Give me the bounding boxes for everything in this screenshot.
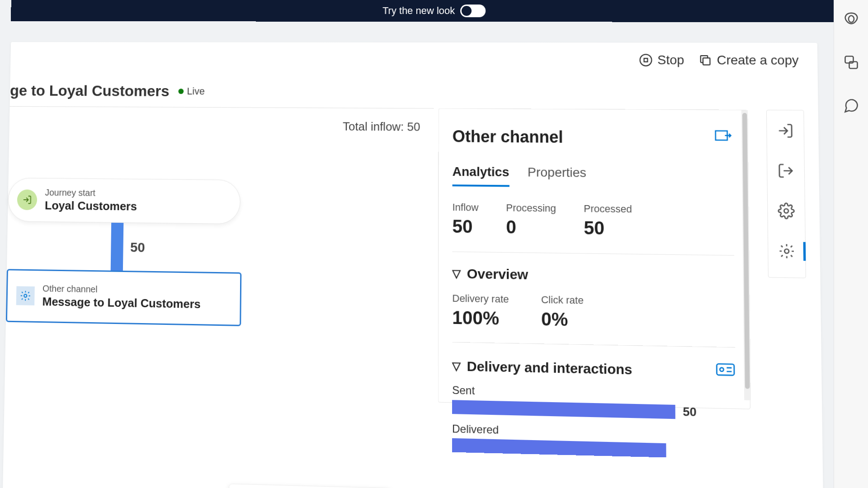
tab-analytics[interactable]: Analytics (453, 164, 509, 187)
sent-bar-row: 50 (452, 399, 736, 420)
card-id-icon (716, 361, 736, 381)
svg-point-0 (640, 54, 652, 66)
panel-tabs: Analytics Properties (453, 164, 734, 189)
copy-icon (698, 53, 712, 67)
delivery-title: Delivery and interactions (467, 358, 632, 377)
svg-point-3 (24, 294, 27, 297)
try-new-look-toggle-group: Try the new look (382, 5, 486, 17)
svg-point-8 (784, 249, 789, 253)
stat-processing-label: Processing (506, 202, 556, 215)
stat-processed-value: 50 (584, 217, 632, 239)
copilot-icon[interactable] (843, 11, 859, 27)
svg-point-6 (720, 368, 723, 371)
journey-status: Live (178, 85, 205, 97)
conversation-icon[interactable] (843, 98, 859, 114)
chat-panels-icon[interactable] (843, 54, 859, 70)
start-node-type: Journey start (45, 188, 137, 199)
stats-row: Inflow 50 Processing 0 Processed 50 (452, 202, 734, 256)
top-app-bar: Try the new look (11, 0, 868, 22)
delivery-rate-value: 100% (452, 307, 509, 329)
stat-inflow-label: Inflow (453, 202, 479, 214)
try-new-look-label: Try the new look (382, 5, 455, 17)
stat-processing-value: 0 (506, 217, 556, 238)
zoom-controls: − + 100% Reset (229, 483, 392, 488)
stat-inflow: Inflow 50 (452, 202, 478, 237)
click-rate-label: Click rate (541, 294, 584, 306)
details-panel: Other channel Analytics Properties Inflo… (438, 108, 750, 409)
journey-title-bar: ge to Loyal Customers Live (10, 82, 205, 100)
overview-row: Delivery rate 100% Click rate 0% (452, 292, 735, 347)
action-bar: Stop Create a copy (639, 42, 818, 78)
svg-rect-1 (644, 58, 648, 62)
stop-button[interactable]: Stop (639, 53, 684, 68)
total-inflow: Total inflow: 50 (343, 120, 420, 134)
svg-rect-2 (703, 58, 710, 65)
flow-count: 50 (130, 239, 145, 255)
total-inflow-label: Total inflow: (343, 120, 404, 134)
tab-properties[interactable]: Properties (528, 165, 586, 188)
create-copy-button[interactable]: Create a copy (698, 53, 799, 68)
stat-processed: Processed 50 (584, 203, 632, 239)
chevron-down-icon: ▽ (452, 359, 460, 372)
journey-title: ge to Loyal Customers (10, 82, 170, 100)
click-rate-value: 0% (541, 309, 584, 330)
main-card: Stop Create a copy ge to Loyal Customers… (3, 42, 823, 488)
channel-node-type: Other channel (42, 283, 201, 296)
sent-bar (452, 400, 675, 419)
click-rate: Click rate 0% (541, 294, 584, 330)
app-rail (834, 0, 868, 488)
create-copy-label: Create a copy (717, 53, 798, 68)
try-new-look-toggle[interactable] (460, 5, 486, 17)
overview-title: Overview (467, 266, 528, 283)
status-dot-icon (178, 89, 184, 94)
delivered-bar (452, 438, 666, 458)
sent-label: Sent (452, 384, 736, 403)
journey-canvas[interactable]: Total inflow: 50 Journey start Loyal Cus… (3, 106, 434, 488)
delivery-rate-label: Delivery rate (452, 292, 509, 305)
flow-connector (111, 223, 124, 271)
stat-processed-label: Processed (584, 203, 632, 216)
channel-node-name: Message to Loyal Customers (42, 295, 201, 311)
other-channel-node[interactable]: Other channel Message to Loyal Customers (6, 269, 241, 326)
start-node-name: Loyal Customers (45, 199, 137, 214)
rail-gear-button[interactable] (778, 243, 795, 260)
status-label: Live (187, 85, 205, 97)
overview-header[interactable]: ▽ Overview (452, 266, 735, 286)
stop-label: Stop (657, 53, 684, 68)
rail-settings-button[interactable] (778, 202, 795, 220)
panel-title: Other channel (453, 127, 563, 147)
panel-scrollbar[interactable] (741, 110, 751, 400)
chevron-down-icon: ▽ (452, 267, 460, 280)
delivered-bar-row (452, 438, 736, 460)
stop-icon (639, 53, 653, 67)
sent-value: 50 (683, 404, 696, 419)
enter-icon (17, 189, 38, 210)
delivery-header[interactable]: ▽ Delivery and interactions (452, 357, 736, 381)
total-inflow-value: 50 (407, 120, 420, 133)
rail-enter-button[interactable] (777, 122, 794, 139)
svg-point-7 (784, 209, 788, 213)
stat-inflow-value: 50 (452, 216, 478, 237)
rail-exit-button[interactable] (777, 162, 794, 179)
channel-tile-icon (714, 128, 733, 142)
delivery-rate: Delivery rate 100% (452, 292, 509, 329)
side-rail (766, 110, 806, 278)
journey-start-node[interactable]: Journey start Loyal Customers (8, 178, 241, 224)
gear-icon (16, 286, 35, 305)
stat-processing: Processing 0 (506, 202, 556, 238)
